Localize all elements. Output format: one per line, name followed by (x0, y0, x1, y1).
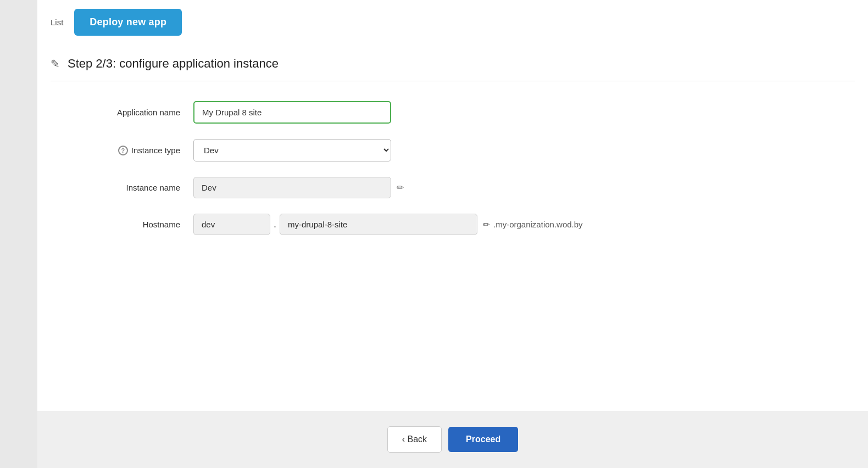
hostname-dot: . (270, 219, 280, 230)
instance-name-edit-icon[interactable]: ✏ (397, 182, 404, 193)
instance-name-row: Instance name ✏ (51, 177, 855, 198)
hostname-domain-input[interactable] (280, 214, 477, 235)
hostname-row: Hostname . ✏ .my-organization.wod.by (51, 214, 855, 235)
instance-type-label: ? Instance type (51, 146, 193, 155)
instance-type-row: ? Instance type Dev Staging Production (51, 139, 855, 161)
instance-name-label: Instance name (51, 183, 193, 192)
hostname-suffix-edit-icon[interactable]: ✏ (483, 220, 490, 230)
step-title: Step 2/3: configure application instance (68, 57, 279, 71)
instance-type-select[interactable]: Dev Staging Production (193, 139, 391, 161)
deploy-new-app-button[interactable]: Deploy new app (74, 9, 182, 36)
instance-name-input[interactable] (193, 177, 391, 198)
edit-icon: ✎ (51, 57, 60, 70)
main-content: List Deploy new app ✎ Step 2/3: configur… (37, 0, 868, 468)
bottom-bar: ‹ Back Proceed (37, 411, 868, 468)
back-button[interactable]: ‹ Back (387, 426, 442, 453)
list-link[interactable]: List (51, 18, 63, 27)
instance-type-help-icon[interactable]: ? (118, 146, 128, 155)
form-area: ✎ Step 2/3: configure application instan… (37, 44, 868, 411)
app-name-row: Application name (51, 101, 855, 124)
proceed-button[interactable]: Proceed (448, 427, 518, 452)
sidebar (0, 0, 37, 468)
top-bar: List Deploy new app (37, 0, 868, 44)
hostname-group: . ✏ .my-organization.wod.by (193, 214, 583, 235)
step-header: ✎ Step 2/3: configure application instan… (51, 44, 855, 81)
hostname-label: Hostname (51, 220, 193, 229)
hostname-prefix-input[interactable] (193, 214, 270, 235)
app-name-input[interactable] (193, 101, 391, 124)
hostname-suffix-text: .my-organization.wod.by (493, 220, 583, 229)
app-name-label: Application name (51, 108, 193, 117)
hostname-suffix: ✏ .my-organization.wod.by (483, 220, 583, 230)
